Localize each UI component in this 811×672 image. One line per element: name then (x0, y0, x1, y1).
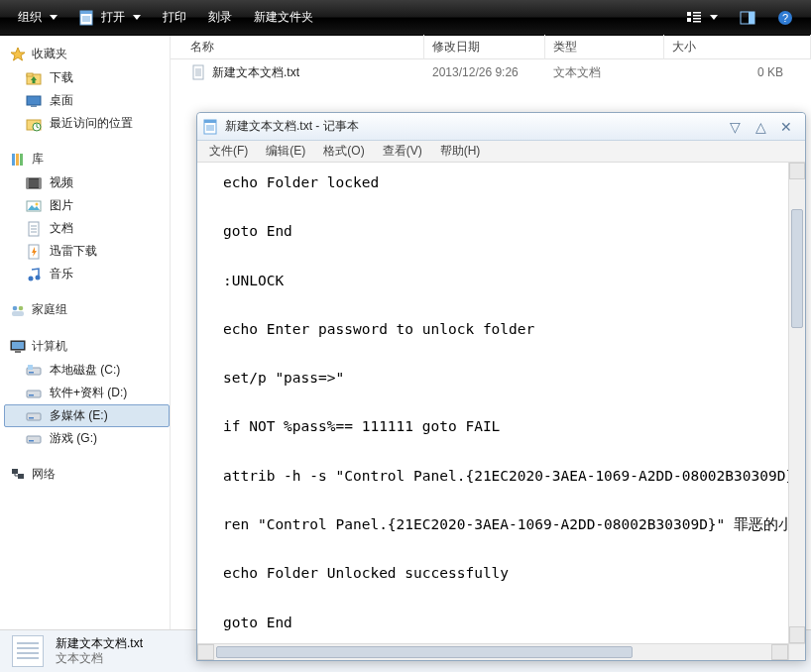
close-button[interactable]: ✕ (773, 119, 799, 135)
notepad-icon (79, 10, 95, 26)
svg-rect-8 (693, 15, 701, 17)
svg-rect-25 (20, 154, 23, 166)
sidebar-item-pictures[interactable]: 图片 (4, 194, 170, 217)
menu-edit[interactable]: 编辑(E) (258, 141, 313, 162)
column-date[interactable]: 修改日期 (424, 35, 545, 59)
sidebar-item-drive-g[interactable]: 游戏 (G:) (4, 427, 170, 450)
drive-icon (26, 363, 42, 379)
desktop-icon (26, 93, 42, 109)
scroll-left-arrow-icon[interactable] (197, 644, 214, 660)
computer-group[interactable]: 计算机 (4, 334, 170, 359)
menu-file-label: 文件(F) (209, 144, 248, 158)
sidebar-item-downloads[interactable]: 下载 (4, 66, 170, 89)
sidebar-item-thunder[interactable]: 迅雷下载 (4, 240, 170, 263)
sidebar-item-label: 视频 (50, 174, 73, 191)
svg-rect-5 (687, 12, 691, 16)
svg-rect-23 (12, 154, 15, 166)
open-label: 打开 (101, 9, 125, 26)
svg-rect-49 (27, 391, 41, 397)
svg-rect-27 (27, 178, 29, 188)
document-icon (26, 221, 42, 237)
svg-rect-6 (687, 18, 691, 22)
sidebar-item-recent[interactable]: 最近访问的位置 (4, 112, 170, 135)
svg-rect-28 (39, 178, 41, 188)
horizontal-scrollbar[interactable] (197, 643, 805, 660)
scroll-track[interactable] (789, 179, 805, 626)
menu-help[interactable]: 帮助(H) (432, 141, 489, 162)
svg-rect-51 (27, 413, 41, 420)
svg-rect-42 (12, 311, 24, 316)
sidebar-item-drive-e[interactable]: 多媒体 (E:) (4, 404, 170, 427)
notepad-titlebar[interactable]: 新建文本文档.txt - 记事本 ▽ △ ✕ (197, 113, 805, 141)
computer-icon (10, 339, 26, 355)
homegroup-icon (10, 302, 26, 318)
notepad-app-icon (203, 119, 219, 135)
organize-button[interactable]: 组织 (8, 5, 67, 30)
sidebar-item-label: 迅雷下载 (50, 243, 97, 260)
menu-edit-label: 编辑(E) (266, 144, 305, 158)
sidebar-item-documents[interactable]: 文档 (4, 217, 170, 240)
svg-rect-17 (27, 73, 33, 76)
video-icon (26, 175, 42, 191)
help-icon: ? (777, 10, 793, 26)
svg-rect-63 (204, 120, 216, 123)
scroll-right-arrow-icon[interactable] (771, 644, 788, 660)
sidebar-item-desktop[interactable]: 桌面 (4, 89, 170, 112)
menu-help-label: 帮助(H) (440, 144, 481, 158)
svg-rect-48 (28, 365, 33, 370)
music-icon (26, 267, 42, 282)
preview-pane-button[interactable] (730, 6, 765, 30)
maximize-button[interactable]: △ (748, 119, 773, 135)
homegroup-item[interactable]: 家庭组 (4, 297, 170, 322)
organize-label: 组织 (18, 9, 42, 26)
favorites-group[interactable]: 收藏夹 (4, 42, 170, 66)
sidebar-item-music[interactable]: 音乐 (4, 263, 170, 285)
sidebar-item-videos[interactable]: 视频 (4, 171, 170, 194)
svg-rect-45 (15, 351, 21, 353)
column-size[interactable]: 大小 (664, 35, 811, 59)
menu-format-label: 格式(O) (323, 144, 364, 158)
hscroll-thumb[interactable] (216, 646, 633, 658)
scroll-thumb[interactable] (791, 209, 803, 328)
libraries-icon (10, 152, 26, 168)
scroll-down-arrow-icon[interactable] (789, 626, 805, 643)
menu-format[interactable]: 格式(O) (315, 141, 372, 162)
sidebar-item-label: 图片 (50, 197, 73, 214)
sidebar-item-drive-d[interactable]: 软件+资料 (D:) (4, 382, 170, 404)
burn-button[interactable]: 刻录 (198, 5, 242, 30)
file-size: 0 KB (664, 65, 811, 79)
svg-rect-24 (16, 154, 19, 166)
computer-label: 计算机 (32, 338, 67, 355)
new-folder-button[interactable]: 新建文件夹 (244, 5, 323, 30)
print-button[interactable]: 打印 (153, 5, 196, 30)
minimize-button[interactable]: ▽ (722, 119, 748, 135)
file-row[interactable]: 新建文本文档.txt 2013/12/26 9:26 文本文档 0 KB (171, 59, 811, 85)
svg-rect-47 (29, 372, 34, 374)
svg-rect-55 (12, 469, 18, 474)
menu-file[interactable]: 文件(F) (201, 141, 256, 162)
help-button[interactable]: ? (767, 6, 803, 30)
notepad-textarea[interactable]: echo Folder locked goto End :UNLOCK echo… (197, 163, 788, 643)
drive-icon (26, 408, 42, 424)
svg-rect-57 (193, 65, 203, 79)
drive-icon (26, 386, 42, 401)
explorer-toolbar: 组织 打开 打印 刻录 新建文件夹 ? (0, 0, 811, 36)
column-type[interactable]: 类型 (545, 35, 664, 59)
picture-icon (26, 198, 42, 214)
libraries-group[interactable]: 库 (4, 147, 170, 171)
vertical-scrollbar[interactable] (788, 163, 805, 643)
scroll-up-arrow-icon[interactable] (789, 163, 805, 179)
column-name[interactable]: 名称 (182, 35, 424, 59)
menu-view[interactable]: 查看(V) (375, 141, 430, 162)
sidebar-item-drive-c[interactable]: 本地磁盘 (C:) (4, 359, 170, 382)
file-name-cell: 新建文本文档.txt (182, 64, 424, 81)
network-item[interactable]: 网络 (4, 462, 170, 487)
hscroll-track[interactable] (214, 644, 771, 660)
sidebar-item-label: 多媒体 (E:) (50, 407, 108, 424)
drive-icon (26, 431, 42, 447)
open-button[interactable]: 打开 (69, 5, 151, 30)
sidebar-item-label: 文档 (50, 220, 73, 237)
chevron-down-icon (50, 15, 58, 20)
svg-rect-1 (80, 11, 92, 14)
view-options-button[interactable] (676, 6, 728, 30)
